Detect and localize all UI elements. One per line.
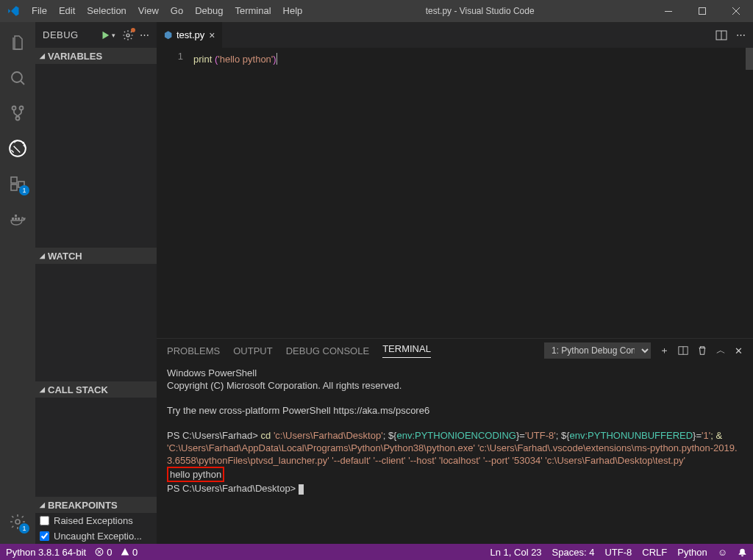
source-control-icon[interactable]: [0, 96, 35, 131]
close-panel-icon[interactable]: ✕: [735, 345, 743, 356]
debug-sidebar: DEBUG ▾ ⋯ ◢VARIABLES ◢WATCH ◢CALL STACK …: [35, 22, 157, 544]
code-fn: print: [193, 54, 215, 65]
svg-point-15: [126, 34, 129, 37]
menu-debug[interactable]: Debug: [189, 0, 229, 22]
code-line[interactable]: print ('hello python'): [193, 48, 277, 338]
editor-scrollbar[interactable]: [746, 48, 753, 70]
svg-point-3: [13, 107, 16, 110]
explorer-icon[interactable]: [0, 25, 35, 60]
menu-help[interactable]: Help: [277, 0, 309, 22]
docker-icon[interactable]: [0, 201, 35, 237]
terminal-tab[interactable]: TERMINAL: [382, 343, 431, 358]
raised-checkbox[interactable]: [40, 516, 49, 525]
status-problems[interactable]: 0 0: [95, 547, 138, 558]
term-line: Windows PowerShell: [167, 367, 743, 379]
extensions-badge: 1: [19, 185, 29, 195]
panel-tabs: PROBLEMS OUTPUT DEBUG CONSOLE TERMINAL 1…: [157, 339, 753, 362]
menu-file[interactable]: File: [26, 0, 53, 22]
breakpoints-label: BREAKPOINTS: [48, 500, 118, 511]
tab-testpy[interactable]: ⬢ test.py ×: [157, 22, 223, 48]
uncaught-label: Uncaught Exceptio...: [54, 531, 142, 542]
split-terminal-icon[interactable]: [678, 345, 688, 356]
svg-rect-12: [18, 218, 20, 220]
term-line: Try the new cross-platform PowerShell ht…: [167, 404, 743, 417]
callstack-section[interactable]: ◢CALL STACK: [35, 381, 157, 398]
menu-bar: File Edit Selection View Go Debug Termin…: [26, 0, 308, 22]
debugconsole-tab[interactable]: DEBUG CONSOLE: [286, 345, 369, 356]
terminal-output[interactable]: Windows PowerShell Copyright (C) Microso…: [157, 362, 753, 544]
debug-config-button[interactable]: [122, 29, 134, 41]
status-encoding[interactable]: UTF-8: [604, 547, 632, 558]
term-line: PS C:\Users\Farhad> cd 'c:\Users\Farhad\…: [167, 429, 743, 467]
uncaught-checkbox[interactable]: [40, 531, 49, 541]
breakpoint-raised[interactable]: Raised Exceptions: [35, 513, 157, 528]
kill-terminal-icon[interactable]: [697, 345, 707, 356]
menu-view[interactable]: View: [132, 0, 165, 22]
menu-terminal[interactable]: Terminal: [229, 0, 276, 22]
callstack-label: CALL STACK: [48, 384, 108, 395]
code-string: 'hello python': [218, 54, 273, 65]
variables-body: [35, 64, 157, 248]
output-tab[interactable]: OUTPUT: [233, 345, 272, 356]
variables-section[interactable]: ◢VARIABLES: [35, 48, 157, 64]
split-editor-icon[interactable]: [715, 29, 727, 41]
sidebar-title: DEBUG: [43, 29, 100, 40]
breakpoint-uncaught[interactable]: Uncaught Exceptio...: [35, 528, 157, 544]
title-bar: File Edit Selection View Go Debug Termin…: [0, 0, 753, 22]
menu-go[interactable]: Go: [165, 0, 189, 22]
window-title: test.py - Visual Studio Code: [308, 6, 652, 16]
window-controls: [652, 0, 753, 22]
terminal-selector[interactable]: 1: Python Debug Consc: [544, 342, 651, 359]
tab-close-icon[interactable]: ×: [209, 29, 215, 41]
main-area: 1 1 DEBUG ▾ ⋯ ◢VARIABLES ◢WATCH ◢CALL ST…: [0, 22, 753, 544]
status-language[interactable]: Python: [677, 547, 707, 558]
svg-point-14: [15, 520, 20, 524]
start-debug-button[interactable]: ▾: [100, 30, 116, 40]
editor-group: ⬢ test.py × ⋯ 1 print ('hello python') P…: [157, 22, 753, 544]
status-bell-icon[interactable]: [738, 548, 747, 557]
vscode-logo-icon: [0, 4, 26, 18]
maximize-button[interactable]: [685, 0, 719, 22]
svg-rect-11: [15, 218, 17, 220]
code-editor[interactable]: 1 print ('hello python'): [157, 48, 753, 338]
menu-selection[interactable]: Selection: [81, 0, 132, 22]
bottom-panel: PROBLEMS OUTPUT DEBUG CONSOLE TERMINAL 1…: [157, 338, 753, 544]
svg-rect-1: [699, 8, 706, 15]
watch-body: [35, 264, 157, 381]
extensions-icon[interactable]: 1: [0, 166, 35, 201]
watch-label: WATCH: [48, 251, 82, 262]
breakpoints-section[interactable]: ◢BREAKPOINTS: [35, 497, 157, 513]
more-actions-icon[interactable]: ⋯: [736, 29, 746, 40]
status-bar: Python 3.8.1 64-bit 0 0 Ln 1, Col 23 Spa…: [0, 544, 753, 560]
status-python[interactable]: Python 3.8.1 64-bit: [6, 547, 86, 558]
sidebar-header: DEBUG ▾ ⋯: [35, 22, 157, 48]
status-spaces[interactable]: Spaces: 4: [552, 547, 595, 558]
watch-section[interactable]: ◢WATCH: [35, 248, 157, 264]
line-number: 1: [157, 48, 193, 338]
text-cursor: [276, 53, 277, 65]
svg-rect-13: [15, 215, 17, 217]
svg-rect-8: [11, 184, 17, 190]
status-eol[interactable]: CRLF: [642, 547, 667, 558]
menu-edit[interactable]: Edit: [53, 0, 81, 22]
activity-bar: 1 1: [0, 22, 35, 544]
svg-point-4: [20, 107, 24, 110]
new-terminal-icon[interactable]: ＋: [660, 344, 669, 357]
more-button[interactable]: ⋯: [140, 29, 150, 40]
editor-tabs: ⬢ test.py × ⋯: [157, 22, 753, 48]
variables-label: VARIABLES: [48, 51, 102, 62]
problems-tab[interactable]: PROBLEMS: [167, 345, 220, 356]
svg-rect-0: [665, 11, 672, 12]
svg-rect-10: [12, 218, 14, 220]
debug-icon[interactable]: [0, 131, 35, 166]
status-cursor[interactable]: Ln 1, Col 23: [490, 547, 542, 558]
settings-badge: 1: [19, 523, 29, 534]
status-feedback-icon[interactable]: ☺: [718, 547, 727, 558]
search-icon[interactable]: [0, 60, 35, 96]
svg-point-2: [12, 72, 22, 82]
maximize-panel-icon[interactable]: ︿: [716, 344, 726, 357]
raised-label: Raised Exceptions: [54, 515, 133, 526]
settings-gear-icon[interactable]: 1: [0, 504, 35, 539]
minimize-button[interactable]: [652, 0, 685, 22]
close-button[interactable]: [719, 0, 753, 22]
